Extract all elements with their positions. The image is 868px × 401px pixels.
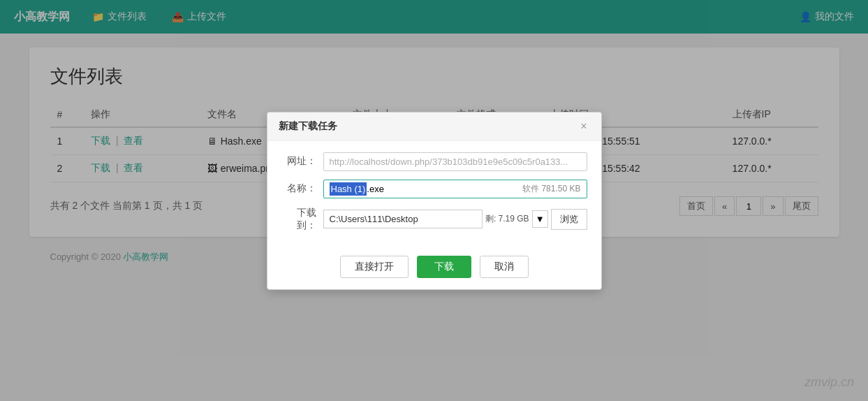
dest-dropdown-btn[interactable]: ▼ bbox=[532, 210, 548, 228]
dialog-body: 网址： 名称： Hash (1).exe 软件 781.50 KB 下载到： 剩… bbox=[267, 141, 601, 249]
dest-space: 剩: 7.19 GB bbox=[485, 213, 529, 225]
filename-highlight: Hash (1) bbox=[330, 182, 367, 196]
dest-input-row: 剩: 7.19 GB ▼ 浏览 bbox=[323, 209, 587, 230]
download-button[interactable]: 下载 bbox=[417, 256, 471, 278]
filename-row: Hash (1).exe 软件 781.50 KB bbox=[323, 180, 587, 198]
url-input[interactable] bbox=[323, 152, 587, 171]
browse-button[interactable]: 浏览 bbox=[551, 209, 587, 230]
dest-row: 下载到： 剩: 7.19 GB ▼ 浏览 bbox=[281, 207, 587, 232]
filename-input-area: Hash (1).exe bbox=[324, 180, 517, 198]
file-size-label: 软件 781.50 KB bbox=[517, 183, 586, 195]
open-directly-button[interactable]: 直接打开 bbox=[340, 256, 409, 278]
dialog-overlay: 新建下载任务 × 网址： 名称： Hash (1).exe 软件 781.50 … bbox=[0, 0, 868, 401]
download-dialog: 新建下载任务 × 网址： 名称： Hash (1).exe 软件 781.50 … bbox=[267, 112, 602, 290]
name-row: 名称： Hash (1).exe 软件 781.50 KB bbox=[281, 180, 587, 198]
dialog-footer: 直接打开 下载 取消 bbox=[267, 249, 601, 289]
dialog-close-button[interactable]: × bbox=[578, 119, 589, 133]
dest-path-input[interactable] bbox=[323, 210, 483, 228]
filename-rest: .exe bbox=[367, 184, 384, 194]
name-label: 名称： bbox=[281, 182, 316, 195]
dialog-header: 新建下载任务 × bbox=[267, 112, 601, 141]
dest-label: 下载到： bbox=[281, 207, 316, 232]
url-label: 网址： bbox=[281, 155, 316, 168]
cancel-button[interactable]: 取消 bbox=[480, 256, 529, 278]
dialog-title: 新建下载任务 bbox=[279, 120, 337, 133]
url-row: 网址： bbox=[281, 152, 587, 171]
